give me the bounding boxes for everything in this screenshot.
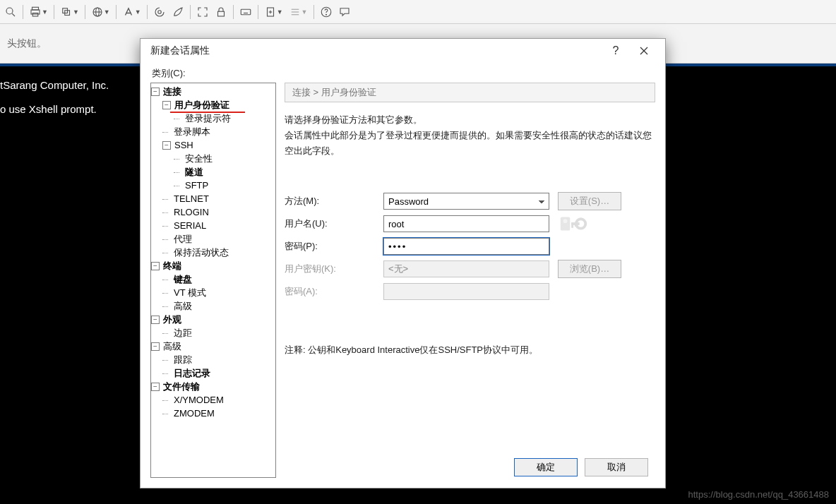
help-icon[interactable] [318, 4, 334, 20]
expand-toggle[interactable]: − [162, 141, 171, 150]
dialog-titlebar: 新建会话属性 ? [141, 39, 665, 63]
tree-node-telnet[interactable]: TELNET [172, 192, 210, 205]
chat-icon[interactable] [337, 4, 352, 20]
tree-node-ssh[interactable]: SSH [173, 138, 195, 152]
tree-node-filetrans[interactable]: 文件传输 [162, 380, 201, 393]
passA-input [383, 283, 549, 300]
globe-icon[interactable]: ▼ [90, 4, 112, 20]
new-doc-icon[interactable]: ▼ [263, 4, 285, 20]
tree-node-vt[interactable]: VT 模式 [172, 286, 208, 299]
close-icon [639, 46, 649, 56]
svg-point-0 [6, 8, 13, 14]
desc-line: 请选择身份验证方法和其它参数。 [285, 112, 655, 128]
method-label: 方法(M): [285, 195, 383, 208]
desc-line: 会话属性中此部分是为了登录过程更便捷而提供的。如果需要安全性很高的状态的话建议您… [285, 128, 655, 159]
banner-text: 头按钮。 [7, 37, 47, 50]
tree-node-security[interactable]: 安全性 [184, 152, 214, 165]
session-properties-dialog: 新建会话属性 ? 类别(C): −连接 −用户身份验证 [140, 38, 666, 488]
tree-node-advanced2[interactable]: 高级 [162, 340, 183, 353]
expand-toggle[interactable]: − [162, 101, 171, 109]
userkey-select: <无> [383, 260, 549, 277]
cancel-button[interactable]: 取消 [585, 458, 648, 476]
keyboard-icon[interactable] [238, 4, 253, 20]
tree-node-login-script[interactable]: 登录脚本 [172, 125, 212, 138]
browse-button: 浏览(B)… [558, 260, 621, 278]
method-select[interactable]: Password [383, 193, 549, 210]
tree-node-proxy[interactable]: 代理 [172, 232, 193, 246]
category-label: 类别(C): [152, 67, 655, 80]
watermark: https://blog.csdn.net/qq_43661488 [688, 489, 830, 500]
main-toolbar: ▼ ▼ ▼ ▼ ▼ ▼ [0, 0, 836, 24]
font-icon[interactable]: ▼ [121, 4, 143, 20]
tree-node-rlogin[interactable]: RLOGIN [172, 205, 210, 219]
dialog-title: 新建会话属性 [150, 44, 602, 57]
userkey-label: 用户密钥(K): [285, 263, 383, 275]
svg-rect-33 [571, 222, 573, 228]
expand-icon[interactable] [195, 4, 210, 20]
breadcrumb: 连接 > 用户身份验证 [285, 83, 655, 102]
swirl-icon[interactable] [152, 4, 167, 20]
svg-point-10 [157, 10, 161, 13]
tree-node-log[interactable]: 日志记录 [172, 366, 212, 380]
svg-rect-34 [575, 222, 577, 227]
close-button[interactable] [630, 41, 658, 61]
ok-button[interactable]: 确定 [514, 458, 578, 476]
list-icon[interactable]: ▼ [287, 4, 309, 20]
copy-icon[interactable]: ▼ [59, 4, 80, 20]
search-icon[interactable] [3, 4, 18, 20]
svg-rect-29 [561, 217, 570, 230]
tree-node-margin[interactable]: 边距 [172, 326, 193, 340]
expand-toggle[interactable]: − [151, 342, 160, 351]
svg-rect-4 [32, 13, 38, 16]
leaf-icon[interactable] [170, 4, 186, 20]
tree-node-advanced[interactable]: 高级 [172, 299, 193, 313]
print-icon[interactable]: ▼ [28, 4, 49, 20]
tree-node-serial[interactable]: SERIAL [172, 219, 208, 232]
tree-node-connection[interactable]: 连接 [162, 85, 183, 98]
password-label: 密码(P): [285, 240, 383, 253]
tree-node-sftp[interactable]: SFTP [184, 179, 210, 192]
tree-node-keepalive[interactable]: 保持活动状态 [172, 246, 230, 259]
note-text: 注释: 公钥和Keyboard Interactive仅在SSH/SFTP协议中… [285, 344, 655, 356]
lock-icon[interactable] [213, 4, 229, 20]
svg-point-26 [326, 14, 326, 15]
right-panel: 连接 > 用户身份验证 请选择身份验证方法和其它参数。 会话属性中此部分是为了登… [285, 83, 655, 478]
svg-point-30 [563, 219, 568, 223]
svg-rect-11 [217, 11, 224, 16]
tree-node-appearance[interactable]: 外观 [162, 313, 183, 326]
settings-button: 设置(S)… [558, 192, 621, 210]
tree-node-terminal[interactable]: 终端 [162, 259, 183, 272]
tree-node-keyboard[interactable]: 键盘 [172, 272, 193, 286]
passA-label: 密码(A): [285, 285, 383, 298]
tree-node-auth[interactable]: 用户身份验证 [173, 98, 231, 112]
tree-node-xymodem[interactable]: X/YMODEM [172, 393, 225, 407]
dialog-footer: 确定 取消 [285, 450, 655, 478]
category-tree[interactable]: −连接 −用户身份验证 登录提示符 登录脚本 − [150, 83, 276, 478]
expand-toggle[interactable]: − [151, 88, 160, 96]
password-input[interactable] [383, 238, 549, 255]
username-input[interactable] [383, 215, 549, 232]
tree-node-zmodem[interactable]: ZMODEM [172, 407, 216, 420]
expand-toggle[interactable]: − [151, 262, 160, 270]
svg-line-1 [12, 13, 15, 16]
tree-node-trace[interactable]: 跟踪 [172, 353, 193, 366]
tree-node-login-prompt[interactable]: 登录提示符 [184, 112, 232, 125]
expand-toggle[interactable]: − [151, 316, 160, 324]
key-icon [558, 210, 590, 238]
username-label: 用户名(U): [285, 217, 383, 230]
titlebar-help-button[interactable]: ? [602, 44, 630, 57]
expand-toggle[interactable]: − [151, 383, 160, 391]
svg-rect-12 [241, 9, 251, 15]
tree-node-tunnel[interactable]: 隧道 [184, 165, 205, 179]
